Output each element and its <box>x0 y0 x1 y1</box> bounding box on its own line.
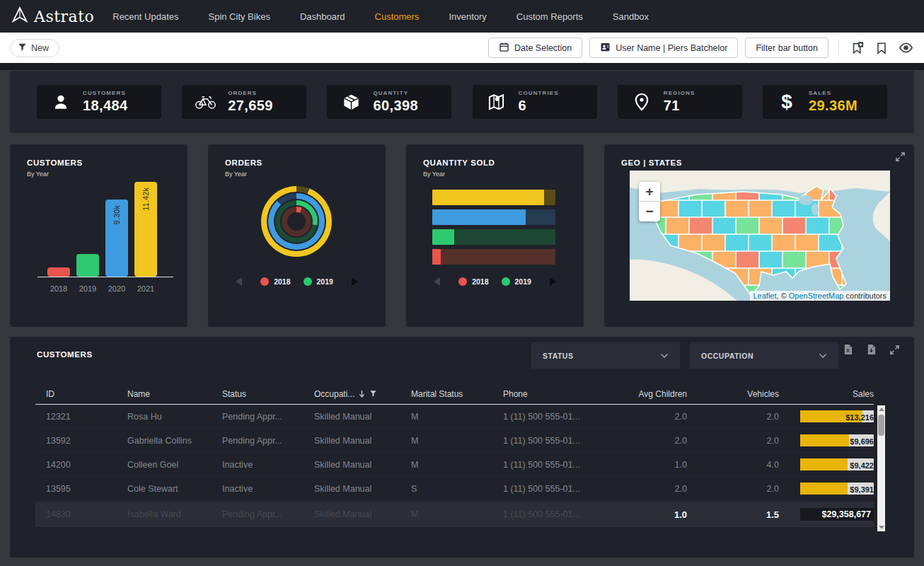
bookmark-icon[interactable] <box>873 40 890 57</box>
leaflet-link[interactable]: Leaflet <box>753 291 777 300</box>
calendar-icon <box>499 42 509 54</box>
map-state[interactable] <box>772 200 797 219</box>
map-state[interactable] <box>772 234 797 253</box>
bar-2020[interactable]: 9.30k <box>105 200 128 277</box>
scroll-up-arrow[interactable] <box>879 408 884 411</box>
map-state[interactable] <box>736 217 761 236</box>
brand[interactable]: Astrato <box>11 6 94 26</box>
astrato-logo-icon <box>11 6 28 26</box>
zoom-out-button[interactable]: − <box>639 202 660 221</box>
map-state[interactable] <box>725 234 751 253</box>
legend-item-2019[interactable]: 2019 <box>502 277 531 286</box>
customers-table-panel: CUSTOMERS STATUS OCCUPATION X IDNameStat… <box>10 337 914 558</box>
map-state[interactable] <box>759 217 785 236</box>
map-state[interactable] <box>806 217 831 236</box>
legend-item-2019[interactable]: 2019 <box>304 277 333 286</box>
hbar-fill <box>432 229 454 245</box>
legend-next-arrow-icon[interactable] <box>352 277 358 286</box>
cell-vehicles: 2.0 <box>687 436 779 446</box>
table-row[interactable]: 12321Rosa HuPending Appr...Skilled Manua… <box>35 405 874 429</box>
map-state[interactable] <box>702 200 727 219</box>
nav-item-spin-city-bikes[interactable]: Spin City Bikes <box>208 11 270 22</box>
bar-2021[interactable]: 11.42k <box>134 182 157 277</box>
map-state[interactable] <box>782 217 808 236</box>
sales-bar-fill <box>800 483 848 495</box>
panel-title: CUSTOMERS <box>27 158 83 167</box>
column-header-vehicles[interactable]: Vehicles <box>687 389 779 399</box>
column-header-avg-children[interactable]: Avg Children <box>609 389 687 399</box>
panel-subtitle: By Year <box>423 171 445 178</box>
map-state[interactable] <box>759 251 785 270</box>
map-state[interactable] <box>749 200 774 219</box>
charts-row: CUSTOMERS By Year 9.30k11.42k 2018201920… <box>10 144 914 327</box>
table-row[interactable]: 13595Cole StewartInactiveSkilled ManualS… <box>35 477 874 501</box>
nav-item-custom-reports[interactable]: Custom Reports <box>516 11 583 22</box>
cell-occupation: Skilled Manual <box>314 436 411 446</box>
zoom-in-button[interactable]: + <box>639 182 660 202</box>
bookmark-add-icon[interactable] <box>849 40 866 57</box>
nav-item-sandbox[interactable]: Sandbox <box>613 11 649 22</box>
legend-next-arrow-icon[interactable] <box>550 277 556 286</box>
kpi-value: 60,398 <box>373 98 418 114</box>
nav-item-inventory[interactable]: Inventory <box>449 11 486 22</box>
nav-item-dashboard[interactable]: Dashboard <box>300 11 345 22</box>
cell-occupation: Skilled Manual <box>314 484 411 494</box>
map-state[interactable] <box>666 217 691 236</box>
cell-vehicles: 4.0 <box>687 460 779 470</box>
bar-2018[interactable] <box>47 267 70 277</box>
expand-icon[interactable] <box>895 151 906 165</box>
ghost-cell: 1 (11) 500 555-01... <box>503 509 609 519</box>
map-state[interactable] <box>736 251 761 270</box>
bar-value-label: 9.30k <box>112 205 121 224</box>
scrollbar-thumb[interactable] <box>878 415 884 436</box>
user-name-button[interactable]: User Name | Piers Batchelor <box>589 37 738 58</box>
legend-item-2018[interactable]: 2018 <box>260 277 290 286</box>
osm-link[interactable]: OpenStreetMap <box>789 291 844 300</box>
column-header-marital-status[interactable]: Marital Status <box>411 389 503 399</box>
map-state[interactable] <box>678 200 704 219</box>
table-row[interactable]: 13592Gabriella CollinsPending Appr...Ski… <box>35 429 874 453</box>
status-filter-dropdown[interactable]: STATUS <box>531 342 680 369</box>
map-state[interactable] <box>782 251 808 270</box>
nav-item-customers[interactable]: Customers <box>375 11 420 22</box>
legend-prev-arrow-icon[interactable] <box>236 277 242 286</box>
us-states-map[interactable]: + − Leaflet, © OpenStreetMap contributor… <box>630 171 890 301</box>
x-axis-label: 2020 <box>105 284 128 293</box>
legend-item-2018[interactable]: 2018 <box>458 277 488 286</box>
date-selection-button[interactable]: Date Selection <box>488 37 582 58</box>
export-file-icon[interactable] <box>862 341 879 358</box>
bar-2019[interactable] <box>76 254 99 277</box>
hbar-2020[interactable] <box>432 209 555 225</box>
column-header-status[interactable]: Status <box>222 389 314 399</box>
filter-bar-button[interactable]: Filter bar button <box>745 37 828 58</box>
map-state[interactable] <box>795 234 821 253</box>
eye-icon[interactable] <box>897 40 914 57</box>
column-header-id[interactable]: ID <box>35 389 127 399</box>
hbar-2018[interactable] <box>432 249 555 265</box>
legend-dot <box>304 277 312 286</box>
column-header-sales[interactable]: Sales <box>779 389 874 399</box>
legend-prev-arrow-icon[interactable] <box>434 277 440 286</box>
expand-icon[interactable] <box>886 341 903 358</box>
hbar-2019[interactable] <box>432 229 555 245</box>
export-excel-icon[interactable]: X <box>839 341 856 358</box>
column-header-occupati[interactable]: Occupati... <box>314 389 411 399</box>
map-state[interactable] <box>702 234 727 253</box>
table-row[interactable]: 14200Colleen GoelInactiveSkilled ManualM… <box>35 453 874 477</box>
hbar-2021[interactable] <box>432 190 555 205</box>
cell-status: Pending Appr... <box>222 412 314 422</box>
column-header-name[interactable]: Name <box>127 389 222 399</box>
ghost-cell: M <box>411 509 503 519</box>
map-state[interactable] <box>725 200 751 219</box>
new-filter-pill[interactable]: New <box>10 39 59 57</box>
map-state[interactable] <box>749 234 774 253</box>
kpi-value: 29.36M <box>809 98 857 114</box>
scroll-down-arrow[interactable] <box>879 526 884 529</box>
column-header-phone[interactable]: Phone <box>503 389 609 399</box>
nav-item-recent-updates[interactable]: Recent Updates <box>112 11 178 22</box>
table-scrollbar[interactable] <box>877 405 885 531</box>
cell-sales: $13,216 <box>842 413 874 422</box>
map-state[interactable] <box>712 217 738 236</box>
map-state[interactable] <box>689 217 715 236</box>
occupation-filter-dropdown[interactable]: OCCUPATION <box>690 342 838 369</box>
